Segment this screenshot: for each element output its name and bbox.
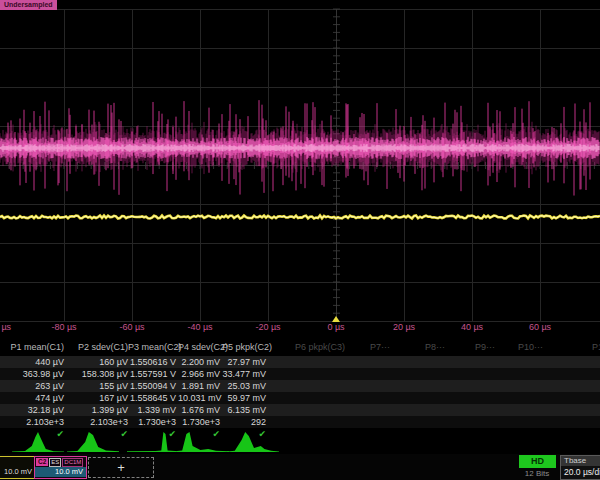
time-axis-label: -80 µs (51, 322, 76, 332)
measure-header-p5[interactable]: P5 pkpk(C2) (222, 341, 266, 353)
measure-min: 25.03 mV (222, 380, 266, 392)
measurement-histicon[interactable] (67, 432, 119, 452)
time-axis-label: 20 µs (393, 322, 415, 332)
timebase-title: Tbase (561, 456, 600, 466)
channel-c1-descriptor[interactable]: C1 DC1M 10.0 mV (0, 456, 35, 479)
measure-mean: 33.477 mV (222, 368, 266, 380)
measure-min: 263 µV (4, 380, 64, 392)
time-axis-label: -60 µs (119, 322, 144, 332)
measure-header-inactive[interactable]: P9··· (475, 341, 495, 353)
measure-header-inactive[interactable]: P11 (592, 341, 600, 353)
trigger-position-icon[interactable] (332, 316, 340, 322)
measurement-histicon[interactable] (127, 432, 179, 452)
measure-value: 1.550616 V (128, 356, 176, 368)
measure-value: 440 µV (4, 356, 64, 368)
measure-num: 2.103e+3 (4, 416, 64, 428)
measure-max: 167 µV (68, 392, 128, 404)
measure-value: 2.200 mV (178, 356, 220, 368)
time-axis-label: -40 µs (187, 322, 212, 332)
c1-scale-value: 10.0 mV (0, 467, 34, 477)
waveform-display (0, 0, 600, 340)
measure-header-p2[interactable]: P2 sdev(C1) (68, 341, 128, 353)
time-axis-label: -20 µs (255, 322, 280, 332)
measure-value: 160 µV (68, 356, 128, 368)
time-axis-label: 40 µs (461, 322, 483, 332)
c2-coupling-badge: DC1M (62, 458, 83, 467)
measure-mean: 2.966 mV (178, 368, 220, 380)
measure-max: 474 µV (4, 392, 64, 404)
timebase-scale-value: 20.0 µs/div (561, 466, 600, 478)
oscilloscope-screen: Undersampled -100 µs-80 µs-60 µs-40 µs-2… (0, 0, 600, 480)
measure-num: 1.730e+3 (178, 416, 220, 428)
measurement-histicon[interactable] (227, 432, 279, 452)
measure-num: 292 (222, 416, 266, 428)
measure-num: 2.103e+3 (68, 416, 128, 428)
c2-label: C2 (36, 458, 48, 466)
time-axis-label: 60 µs (529, 322, 551, 332)
time-axis-label: -100 µs (0, 322, 11, 332)
measure-sdev: 32.18 µV (4, 404, 64, 416)
measure-min: 1.550094 V (128, 380, 176, 392)
hd-mode-badge[interactable]: HD (519, 455, 556, 468)
measure-num: 1.730e+3 (128, 416, 176, 428)
measure-mean: 363.98 µV (4, 368, 64, 380)
c2-scale-value: 10.0 mV (35, 467, 86, 477)
measure-header-inactive[interactable]: P7··· (370, 341, 390, 353)
undersampled-warning-badge: Undersampled (0, 0, 57, 10)
measure-min: 155 µV (68, 380, 128, 392)
measure-mean: 1.557591 V (128, 368, 176, 380)
measure-sdev: 1.676 mV (178, 404, 220, 416)
measure-mean: 158.308 µV (68, 368, 128, 380)
c2-eres-badge: ES (49, 458, 61, 467)
measure-header-p3[interactable]: P3 mean(C2) (128, 341, 176, 353)
time-axis-label: 0 µs (327, 322, 344, 332)
measure-max: 59.97 mV (222, 392, 266, 404)
measure-min: 1.891 mV (178, 380, 220, 392)
measure-max: 1.558645 V (128, 392, 176, 404)
histicon-row (0, 430, 600, 454)
measure-header-inactive[interactable]: P10··· (518, 341, 543, 353)
measure-sdev: 6.135 mV (222, 404, 266, 416)
hd-bits-label: 12 Bits (516, 469, 558, 478)
measurement-histicon[interactable] (177, 432, 229, 452)
measure-header-inactive[interactable]: P8··· (425, 341, 445, 353)
measure-sdev: 1.339 mV (128, 404, 176, 416)
measure-header-p1[interactable]: P1 mean(C1) (4, 341, 64, 353)
measure-max: 10.031 mV (178, 392, 220, 404)
measure-header-inactive[interactable]: P6 pkpk(C3) (295, 341, 345, 353)
channel-c2-descriptor[interactable]: C2 ES DC1M 10.0 mV (34, 456, 87, 479)
measure-sdev: 1.399 µV (68, 404, 128, 416)
measurement-histicon[interactable] (12, 432, 64, 452)
measure-header-p4[interactable]: P4 sdev(C2) (178, 341, 220, 353)
bottom-toolbar: C1 DC1M 10.0 mV C2 ES DC1M 10.0 mV + HD … (0, 454, 600, 480)
add-trace-button[interactable]: + (88, 457, 154, 478)
plus-icon: + (117, 460, 125, 475)
timebase-descriptor[interactable]: Tbase 20.0 µs/div (560, 455, 600, 480)
measure-value: 27.97 mV (222, 356, 266, 368)
